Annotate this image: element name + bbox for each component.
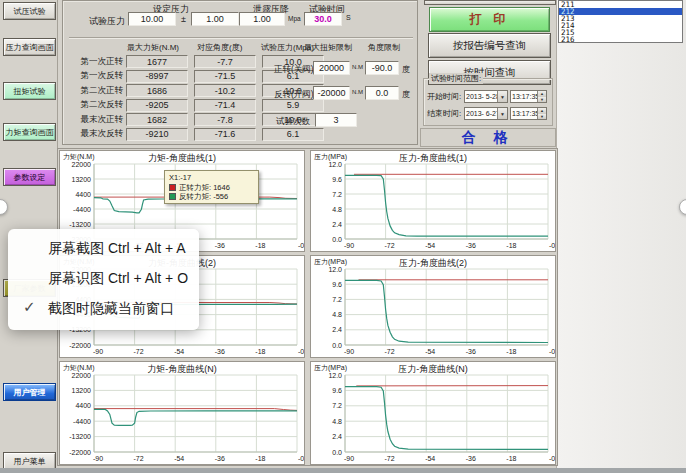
- tick-label: -18: [255, 348, 265, 355]
- row-label: 第一次正转: [65, 56, 126, 68]
- tick-label: 9.6: [332, 387, 342, 394]
- spinner-arrows-icon[interactable]: ▲▼: [537, 108, 546, 119]
- end-date-value: 2013- 6-27: [465, 108, 497, 119]
- tick-label: -13200: [69, 433, 91, 440]
- tick-label: -4400: [73, 206, 91, 213]
- tick-label: -0: [549, 348, 555, 355]
- angle-cell: -71.5: [194, 70, 256, 83]
- sidebar-button-5[interactable]: 参数设定: [3, 168, 56, 186]
- sidebar-button-1[interactable]: 试压试验: [3, 2, 56, 20]
- series-反转压力: [345, 280, 548, 342]
- chart-title: 压力-角度曲线(1): [311, 152, 555, 165]
- col-header-torque: 最大力矩(N.M): [127, 42, 179, 53]
- print-button[interactable]: 打 印: [429, 7, 550, 32]
- sidebar-button-7[interactable]: 用户管理: [3, 383, 56, 401]
- tick-label: -54: [425, 348, 435, 355]
- forward-torque-field[interactable]: 20000: [313, 61, 350, 75]
- end-time-spinner[interactable]: 13:17:35 ▲▼: [510, 107, 547, 120]
- angle-cell: -7.8: [194, 113, 256, 126]
- report-list-item[interactable]: 215: [559, 29, 682, 36]
- start-time-label: 开始时间:: [427, 91, 464, 102]
- tick-label: 13200: [72, 387, 92, 394]
- tick-label: 13200: [72, 176, 92, 183]
- leak-drop-field[interactable]: 1.00: [239, 12, 285, 26]
- context-menu-item-3[interactable]: ✓截图时隐藏当前窗口: [8, 294, 199, 324]
- mpa-unit-2: Mpa: [288, 15, 301, 22]
- torque-cell: 1686: [126, 84, 188, 97]
- tick-label: -36: [215, 242, 225, 249]
- angle-limit-header: 角度限制: [368, 42, 400, 53]
- test-count-field[interactable]: 3: [315, 113, 357, 127]
- start-time-spinner[interactable]: 13:17:35 ▲▼: [510, 90, 547, 103]
- screenshot-context-menu: 屏幕截图 Ctrl + Alt + A屏幕识图 Ctrl + Alt + O✓截…: [8, 229, 199, 330]
- forward-deg-unit: 度: [402, 64, 410, 75]
- tick-label: -54: [425, 242, 435, 249]
- end-date-combo[interactable]: 2013- 6-27 ▼: [464, 107, 508, 120]
- tick-label: 2.4: [332, 221, 342, 228]
- tick-label: 4400: [75, 402, 91, 409]
- tick-label: -90: [93, 348, 103, 355]
- report-list-item[interactable]: 212: [559, 8, 682, 15]
- reverse-label: 反转(开阀): [274, 89, 314, 101]
- chart-cell-5: 力矩(N.M)力矩-角度曲线(N)22000132004400-4400-132…: [59, 361, 305, 465]
- tick-label: 7.2: [332, 402, 342, 409]
- angle-cell: -10.2: [194, 84, 256, 97]
- sidebar-button-2[interactable]: 压力查询画面: [3, 38, 56, 56]
- report-list-item[interactable]: 216: [559, 36, 682, 43]
- left-edge-handle[interactable]: [0, 199, 8, 215]
- tick-label: 0.0: [332, 236, 342, 243]
- forward-angle-field[interactable]: -90.0: [365, 61, 399, 75]
- test-pressure-label: 试验压力: [89, 15, 125, 28]
- torque-cell: 1682: [126, 113, 188, 126]
- report-list-item[interactable]: 211: [559, 1, 682, 8]
- dropdown-arrow-icon[interactable]: ▼: [497, 91, 507, 102]
- cutoff-button[interactable]: [424, 0, 556, 5]
- table-row: 最末次反转-9210-71.66.1: [65, 128, 330, 141]
- chart-title: 压力-角度曲线(N): [311, 363, 555, 376]
- dropdown-arrow-icon[interactable]: ▼: [497, 108, 507, 119]
- chart-cell-6: 压力(MPa)压力-角度曲线(N)12.09.67.24.82.40.0-90-…: [310, 361, 556, 465]
- series-反转力矩: [94, 409, 297, 425]
- chart-plot: 12.09.67.24.82.40.0-90-72-54-36-18-0: [311, 362, 555, 464]
- chart-plot: 12.09.67.24.82.40.0-90-72-54-36-18-0: [311, 151, 555, 251]
- context-menu-item-2[interactable]: 屏幕识图 Ctrl + Alt + O: [8, 264, 199, 294]
- report-list-item[interactable]: 213: [559, 15, 682, 22]
- chart-plot: 22000132004400-4400-13200-22000-90-72-54…: [60, 362, 304, 464]
- torque-cell: 1677: [126, 55, 188, 68]
- reverse-torque-field[interactable]: -20000: [313, 86, 350, 100]
- legend-swatch-icon: [169, 184, 176, 191]
- sidebar-button-4[interactable]: 力矩查询画面: [3, 123, 56, 141]
- tolerance-field[interactable]: 1.00: [191, 12, 239, 26]
- tick-label: -36: [466, 455, 476, 462]
- reverse-angle-field[interactable]: 0.0: [365, 86, 399, 100]
- report-list-item[interactable]: 214: [559, 22, 682, 29]
- tick-label: 2.4: [332, 326, 342, 333]
- chart-title: 力矩-角度曲线(1): [60, 152, 304, 165]
- row-label: 第二次正转: [65, 85, 126, 97]
- legend-entry-label: 反转力矩: -556: [179, 192, 228, 202]
- sidebar-button-3[interactable]: 扭矩试验: [3, 82, 56, 100]
- start-date-combo[interactable]: 2013- 5-28 ▼: [464, 90, 508, 103]
- spinner-arrows-icon[interactable]: ▲▼: [537, 91, 546, 102]
- col-header-angle: 对应角度(度): [197, 42, 242, 53]
- app-window: 试压试验压力查询画面扭矩试验力矩查询画面参数设定厂家参数用户管理用户菜单 设定压…: [0, 0, 686, 473]
- tick-label: -13200: [69, 221, 91, 228]
- tick-label: -72: [385, 455, 395, 462]
- settings-panel: 设定压力 试验压力 10.00 ± 1.00 Mpa 泄露压降 1.00 Mpa…: [62, 0, 418, 145]
- angle-cell: -7.7: [194, 55, 256, 68]
- reverse-deg-unit: 度: [402, 89, 410, 100]
- context-menu-item-1[interactable]: 屏幕截图 Ctrl + Alt + A: [8, 234, 199, 264]
- query-by-report-button[interactable]: 按报告编号查询: [428, 33, 551, 58]
- tick-label: -18: [255, 242, 265, 249]
- tick-label: -0: [298, 348, 304, 355]
- series-反转压力: [345, 175, 548, 236]
- forward-label: 正转(关阀): [274, 64, 314, 76]
- tick-label: 0.0: [332, 342, 342, 349]
- legend-tooltip: X1:-17正转力矩: 1646反转力矩: -556: [164, 170, 259, 204]
- test-pressure-field[interactable]: 10.00: [128, 12, 176, 26]
- torque-limit-header: 最大扭矩限制: [304, 42, 352, 53]
- tick-label: -72: [385, 242, 395, 249]
- test-time-field[interactable]: 30.0: [304, 12, 342, 26]
- tick-label: -72: [385, 348, 395, 355]
- report-listbox[interactable]: 211212213214215216: [558, 0, 683, 43]
